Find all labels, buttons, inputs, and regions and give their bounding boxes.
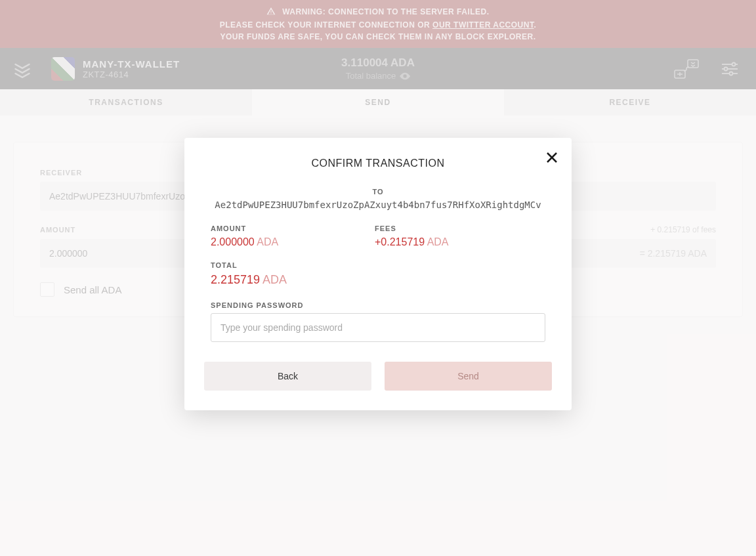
spending-password-label: SPENDING PASSWORD [211,301,545,309]
back-button[interactable]: Back [204,362,371,391]
modal-total-currency: ADA [262,273,287,286]
modal-fees-value: +0.215719 [375,236,425,247]
to-address: Ae2tdPwUPEZ3HUU7bmfexrUzoZpAZxuyt4b4bn7f… [204,200,552,210]
confirm-transaction-modal: CONFIRM TRANSACTION TO Ae2tdPwUPEZ3HUU7b… [184,138,572,410]
modal-total-label: TOTAL [211,261,545,269]
to-label: TO [204,188,552,196]
modal-amount-value: 2.000000 [211,236,255,247]
modal-fees-currency: ADA [427,236,449,247]
modal-total-value: 2.215719 [211,273,260,286]
modal-title: CONFIRM TRANSACTION [204,158,552,169]
send-button[interactable]: Send [385,362,552,391]
modal-overlay[interactable]: CONFIRM TRANSACTION TO Ae2tdPwUPEZ3HUU7b… [0,0,756,556]
spending-password-input[interactable] [211,313,545,342]
modal-fees-label: FEES [375,225,506,232]
modal-amount-currency: ADA [257,236,278,247]
modal-amount-label: AMOUNT [211,225,342,232]
close-icon[interactable] [544,150,560,165]
